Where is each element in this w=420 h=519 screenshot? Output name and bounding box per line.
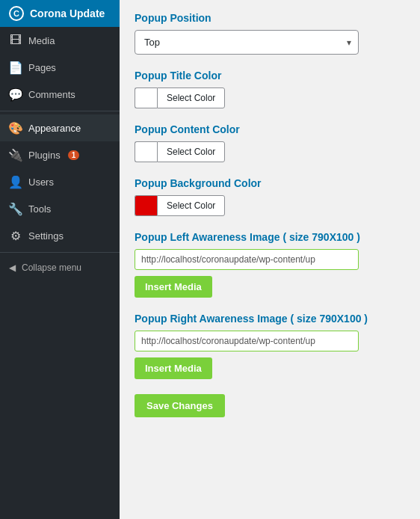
sidebar-label-plugins: Plugins — [28, 150, 61, 161]
plugins-badge: 1 — [68, 150, 80, 160]
sidebar-divider — [0, 111, 120, 111]
brand-label: Corona Update — [30, 7, 105, 19]
popup-position-select[interactable]: Top Bottom Center — [135, 30, 359, 55]
sidebar-item-users[interactable]: 👤 Users — [0, 168, 120, 195]
tools-icon: 🔧 — [9, 202, 22, 215]
popup-title-color-label: Popup Title Color — [135, 70, 405, 82]
popup-right-insert-media-button[interactable]: Insert Media — [135, 357, 212, 379]
sidebar-label-users: Users — [28, 176, 54, 188]
popup-left-image-label: Popup Left Awareness Image ( size 790X10… — [135, 231, 405, 243]
sidebar-label-tools: Tools — [28, 203, 51, 215]
popup-left-image-url[interactable] — [135, 249, 359, 270]
popup-title-color-swatch — [135, 87, 157, 108]
sidebar-item-pages[interactable]: 📄 Pages — [0, 54, 120, 81]
popup-bg-color-picker: Select Color — [135, 195, 405, 216]
popup-left-image-section: Popup Left Awareness Image ( size 790X10… — [135, 231, 405, 298]
popup-bg-color-swatch — [135, 195, 157, 216]
popup-title-color-picker: Select Color — [135, 87, 405, 108]
brand-icon: C — [9, 6, 24, 21]
sidebar-label-comments: Comments — [28, 89, 75, 100]
sidebar: C Corona Update 🎞 Media 📄 Pages 💬 Commen… — [0, 0, 120, 519]
popup-content-color-button[interactable]: Select Color — [157, 141, 225, 162]
sidebar-label-appearance: Appearance — [28, 123, 81, 134]
save-changes-button[interactable]: Save Changes — [135, 394, 225, 417]
sidebar-label-pages: Pages — [28, 62, 56, 73]
comments-icon: 💬 — [9, 87, 22, 101]
popup-title-color-section: Popup Title Color Select Color — [135, 70, 405, 108]
popup-content-color-label: Popup Content Color — [135, 123, 405, 135]
sidebar-item-comments[interactable]: 💬 Comments — [0, 81, 120, 108]
pages-icon: 📄 — [9, 61, 22, 74]
sidebar-item-appearance[interactable]: 🎨 Appearance — [0, 114, 120, 141]
sidebar-divider-2 — [0, 252, 120, 253]
popup-position-section: Popup Position Top Bottom Center ▾ — [135, 12, 405, 55]
popup-right-image-url[interactable] — [135, 331, 359, 351]
popup-bg-color-button[interactable]: Select Color — [157, 195, 225, 216]
sidebar-item-settings[interactable]: ⚙ Settings — [0, 222, 120, 249]
sidebar-item-tools[interactable]: 🔧 Tools — [0, 195, 120, 222]
appearance-icon: 🎨 — [9, 121, 22, 135]
collapse-label: Collapse menu — [22, 262, 81, 273]
sidebar-label-media: Media — [28, 35, 55, 46]
popup-content-color-picker: Select Color — [135, 141, 405, 162]
popup-content-color-section: Popup Content Color Select Color — [135, 123, 405, 162]
collapse-menu[interactable]: ◀ Collapse menu — [0, 256, 120, 280]
popup-content-color-swatch — [135, 141, 157, 162]
main-content: Popup Position Top Bottom Center ▾ Popup… — [120, 0, 420, 519]
users-icon: 👤 — [9, 175, 22, 188]
sidebar-item-media[interactable]: 🎞 Media — [0, 27, 120, 54]
plugins-icon: 🔌 — [9, 148, 22, 162]
popup-bg-color-section: Popup Background Color Select Color — [135, 177, 405, 216]
sidebar-item-plugins[interactable]: 🔌 Plugins 1 — [0, 141, 120, 168]
settings-icon: ⚙ — [9, 229, 22, 242]
popup-left-insert-media-button[interactable]: Insert Media — [135, 276, 212, 298]
popup-bg-color-label: Popup Background Color — [135, 177, 405, 189]
popup-title-color-button[interactable]: Select Color — [157, 87, 225, 108]
popup-right-image-label: Popup Right Awareness Image ( size 790X1… — [135, 313, 405, 325]
media-icon: 🎞 — [9, 34, 22, 47]
collapse-icon: ◀ — [9, 262, 16, 273]
sidebar-label-settings: Settings — [28, 230, 64, 242]
popup-right-image-section: Popup Right Awareness Image ( size 790X1… — [135, 313, 405, 379]
sidebar-brand[interactable]: C Corona Update — [0, 0, 120, 27]
save-section: Save Changes — [135, 394, 405, 417]
popup-position-dropdown-wrapper: Top Bottom Center ▾ — [135, 30, 359, 55]
popup-position-label: Popup Position — [135, 12, 405, 24]
